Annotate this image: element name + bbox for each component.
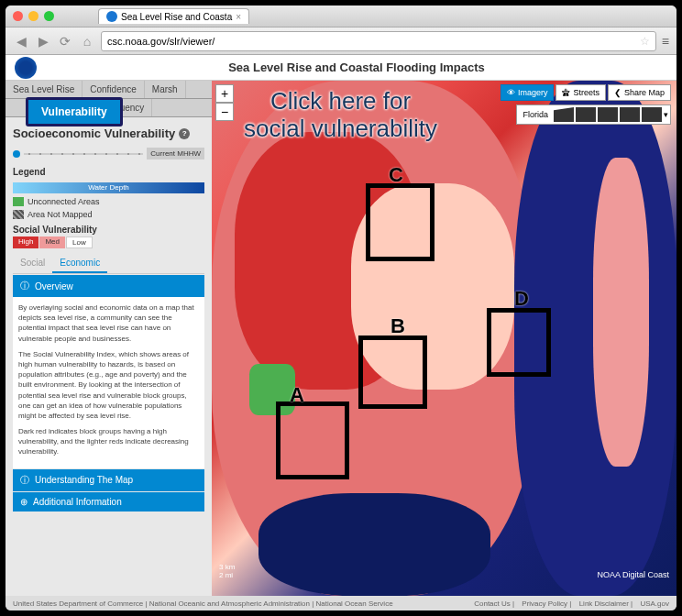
dropdown-icon[interactable]: ▾ — [664, 110, 668, 119]
page-title: Sea Level Rise and Coastal Flooding Impa… — [46, 60, 667, 74]
marker-label-a: A — [290, 383, 304, 407]
state-shape-icon — [554, 107, 574, 122]
zoom-control: + − — [215, 84, 234, 121]
footer-usagov[interactable]: USA.gov — [640, 600, 669, 608]
zoom-out-button[interactable]: − — [215, 103, 234, 121]
basemap-toolbar: 👁Imagery 🛣Streets ❮Share Map — [500, 84, 671, 101]
traffic-lights — [13, 11, 54, 21]
marker-box-d — [487, 308, 551, 377]
tab-confidence[interactable]: Confidence — [82, 81, 145, 98]
marker-box-b — [358, 336, 427, 409]
close-tab-icon[interactable]: × — [236, 12, 241, 22]
subtab-economic[interactable]: Economic — [52, 254, 107, 273]
streets-button[interactable]: 🛣Streets — [556, 84, 606, 101]
social-vulnerability-heading: Social Vulnerability — [13, 221, 204, 236]
page-footer: United States Department of Commerce | N… — [6, 596, 676, 610]
noaa-logo-icon — [15, 57, 37, 79]
info-icon: ⓘ — [20, 280, 29, 292]
primary-tabs: Sea Level Rise Confidence Marsh — [6, 81, 212, 99]
slider-handle-icon[interactable] — [13, 150, 20, 158]
map-image — [212, 81, 676, 596]
sea-level-slider[interactable]: Current MHHW — [13, 144, 204, 163]
social-vulnerability-scale: High Med Low — [13, 236, 204, 248]
accordion-understanding[interactable]: ⓘUnderstanding The Map — [13, 469, 204, 491]
footer-contact[interactable]: Contact Us — [474, 600, 511, 608]
maximize-window-icon[interactable] — [44, 11, 54, 21]
accordion-additional[interactable]: ⊕Additional Information — [13, 492, 204, 512]
forward-icon[interactable]: ▶ — [35, 33, 51, 50]
marker-box-c — [366, 183, 434, 261]
map-scale: 3 km 2 mi — [219, 563, 235, 579]
plus-icon: ⊕ — [20, 497, 28, 507]
legend-unconnected: Unconnected Areas — [13, 195, 204, 208]
state-shape-icon — [598, 107, 618, 122]
main-content: Sea Level Rise Confidence Marsh Vulnerab… — [6, 81, 676, 596]
home-icon[interactable]: ⌂ — [79, 33, 95, 50]
sidebar: Sea Level Rise Confidence Marsh Vulnerab… — [6, 81, 212, 596]
share-icon: ❮ — [614, 88, 622, 97]
info-icon: ⓘ — [20, 474, 29, 487]
water-depth-legend: Water Depth — [13, 182, 204, 193]
url-text: csc.noaa.gov/slr/viewer/ — [107, 36, 214, 47]
close-window-icon[interactable] — [13, 11, 23, 21]
state-shape-icon — [642, 107, 662, 122]
state-label: Florida — [519, 110, 552, 119]
favicon-icon — [106, 11, 117, 22]
url-input[interactable]: csc.noaa.gov/slr/viewer/ ☆ — [101, 31, 656, 51]
app-header: Sea Level Rise and Coastal Flooding Impa… — [6, 55, 676, 81]
url-toolbar: ◀ ▶ ⟳ ⌂ csc.noaa.gov/slr/viewer/ ☆ ≡ — [6, 28, 676, 55]
share-map-button[interactable]: ❮Share Map — [608, 84, 671, 101]
footer-links: Contact Us | Privacy Policy | Link Discl… — [468, 600, 669, 608]
map-viewport[interactable]: + − 👁Imagery 🛣Streets ❮Share Map Florida… — [212, 81, 676, 596]
marker-box-a — [276, 402, 349, 479]
help-icon[interactable]: ? — [179, 128, 190, 139]
imagery-button[interactable]: 👁Imagery — [500, 84, 555, 101]
footer-privacy[interactable]: Privacy Policy — [522, 600, 567, 608]
legend-heading: Legend — [13, 163, 204, 181]
tab-title: Sea Level Rise and Coasta — [121, 12, 232, 22]
subtab-social[interactable]: Social — [13, 254, 52, 273]
back-icon[interactable]: ◀ — [13, 33, 29, 50]
accordion-overview[interactable]: ⓘOverview — [13, 275, 204, 297]
state-shape-icon — [576, 107, 596, 122]
bookmark-star-icon[interactable]: ☆ — [640, 35, 650, 48]
window-titlebar: Sea Level Rise and Coasta × — [6, 6, 676, 28]
marker-label-b: B — [390, 314, 405, 338]
minimize-window-icon[interactable] — [28, 11, 38, 21]
slider-track[interactable] — [24, 153, 143, 155]
marker-label-c: C — [389, 163, 403, 187]
zoom-in-button[interactable]: + — [215, 84, 234, 103]
browser-tab[interactable]: Sea Level Rise and Coasta × — [98, 8, 249, 24]
sidebar-body: Socioeconomic Vulnerability ? Current MH… — [6, 117, 212, 517]
footer-disclaimer[interactable]: Link Disclaimer — [579, 600, 629, 608]
footer-left: United States Department of Commerce | N… — [13, 600, 393, 608]
marker-label-d: D — [514, 287, 529, 311]
menu-icon[interactable]: ≡ — [662, 34, 669, 49]
social-economic-tabs: Social Economic — [13, 254, 204, 274]
state-selector[interactable]: Florida ▾ — [516, 104, 671, 125]
state-shape-icon — [620, 107, 640, 122]
annotation-callout: Click here for social vulnerability — [244, 88, 437, 143]
map-attribution: NOAA Digital Coast — [597, 570, 669, 579]
tab-marsh[interactable]: Marsh — [145, 81, 186, 98]
eye-icon: 👁 — [507, 88, 515, 97]
slider-value: Current MHHW — [147, 148, 204, 160]
legend-not-mapped: Area Not Mapped — [13, 208, 204, 221]
browser-window: Sea Level Rise and Coasta × ◀ ▶ ⟳ ⌂ csc.… — [6, 6, 676, 610]
reload-icon[interactable]: ⟳ — [57, 33, 73, 50]
road-icon: 🛣 — [562, 88, 570, 97]
overview-content: By overlaying social and economic data o… — [13, 297, 204, 468]
tab-sea-level-rise[interactable]: Sea Level Rise — [6, 81, 82, 98]
vulnerability-highlight-button[interactable]: Vulnerability — [26, 97, 123, 126]
